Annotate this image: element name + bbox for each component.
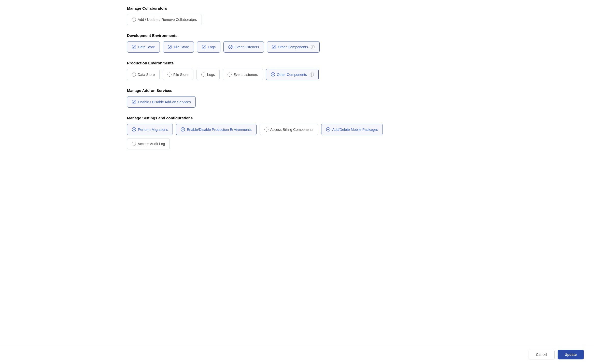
item-card-prod-file-store[interactable]: File Store: [163, 69, 193, 80]
radio-unchecked-icon: [264, 128, 268, 132]
item-label-enable-disable-addon: Enable / Disable Add-on Services: [138, 100, 191, 104]
item-card-perform-migrations[interactable]: Perform Migrations: [127, 124, 173, 135]
item-card-dev-logs[interactable]: Logs: [197, 41, 220, 53]
checked-icon-dev-file-store: [168, 45, 172, 49]
svg-point-2: [202, 45, 206, 49]
item-label-dev-logs: Logs: [208, 45, 216, 49]
section-title-manage-settings: Manage Settings and configurations: [127, 116, 467, 120]
radio-unchecked-icon: [132, 142, 136, 146]
item-label-add-delete-mobile-packages: Add/Delete Mobile Packages: [332, 128, 378, 132]
unchecked-icon-prod-file-store: [167, 73, 172, 77]
svg-point-8: [181, 128, 185, 131]
item-card-enable-disable-prod-env[interactable]: Enable/Disable Production Environments: [176, 124, 256, 135]
item-label-dev-event-listeners: Event Listeners: [234, 45, 259, 49]
unchecked-icon-prod-event-listeners: [228, 73, 232, 77]
item-label-dev-data-store: Data Store: [138, 45, 155, 49]
unchecked-icon-add-update-remove-collab: [132, 18, 136, 22]
section-manage-collaborators: Manage CollaboratorsAdd / Update / Remov…: [127, 6, 467, 25]
checked-icon-dev-other-components: [272, 45, 276, 49]
radio-unchecked-icon: [132, 18, 136, 22]
svg-point-6: [132, 100, 136, 104]
items-row-manage-addon-services: Enable / Disable Add-on Services: [127, 96, 467, 108]
unchecked-icon-prod-data-store: [132, 73, 136, 77]
page-container: Manage CollaboratorsAdd / Update / Remov…: [119, 0, 475, 364]
items-row-manage-settings-0: Perform MigrationsEnable/Disable Product…: [127, 124, 467, 135]
svg-point-1: [168, 45, 172, 49]
checked-icon-dev-logs: [202, 45, 206, 49]
item-card-enable-disable-addon[interactable]: Enable / Disable Add-on Services: [127, 96, 196, 108]
item-label-add-update-remove-collab: Add / Update / Remove Collaborators: [138, 18, 197, 22]
unchecked-icon-prod-logs: [201, 73, 205, 77]
radio-unchecked-icon: [228, 73, 232, 77]
item-card-dev-file-store[interactable]: File Store: [163, 41, 194, 53]
section-manage-addon-services: Manage Add-on ServicesEnable / Disable A…: [127, 88, 467, 108]
items-row-development-environments: Data StoreFile StoreLogsEvent ListenersO…: [127, 41, 467, 53]
item-label-access-billing-components: Access Billing Components: [270, 128, 314, 132]
item-card-prod-logs[interactable]: Logs: [196, 69, 220, 80]
svg-point-4: [272, 45, 276, 49]
checked-icon-enable-disable-prod-env: [181, 127, 185, 132]
item-label-prod-other-components: Other Components: [277, 73, 307, 77]
section-title-manage-addon-services: Manage Add-on Services: [127, 88, 467, 93]
item-card-prod-data-store[interactable]: Data Store: [127, 69, 160, 80]
cancel-button[interactable]: Cancel: [529, 350, 555, 359]
items-row-production-environments: Data StoreFile StoreLogsEvent ListenersO…: [127, 69, 467, 80]
radio-unchecked-icon: [167, 73, 172, 77]
unchecked-icon-access-billing-components: [264, 128, 268, 132]
item-card-add-delete-mobile-packages[interactable]: Add/Delete Mobile Packages: [321, 124, 383, 135]
item-card-add-update-remove-collab[interactable]: Add / Update / Remove Collaborators: [127, 14, 202, 25]
checked-icon-dev-event-listeners: [228, 45, 233, 49]
section-title-production-environments: Production Environments: [127, 61, 467, 65]
checked-icon-enable-disable-addon: [132, 100, 136, 104]
items-row-manage-settings-1: Access Audit Log: [127, 138, 467, 149]
svg-point-3: [229, 45, 232, 49]
svg-point-7: [132, 128, 136, 131]
footer-bar: Cancel Update: [0, 345, 594, 364]
update-button[interactable]: Update: [558, 350, 584, 359]
radio-unchecked-icon: [132, 73, 136, 77]
unchecked-icon-access-audit-log: [132, 142, 136, 146]
checked-icon-prod-other-components: [271, 72, 275, 77]
item-label-dev-other-components: Other Components: [278, 45, 308, 49]
radio-unchecked-icon: [201, 73, 205, 77]
section-title-manage-collaborators: Manage Collaborators: [127, 6, 467, 10]
item-card-dev-data-store[interactable]: Data Store: [127, 41, 160, 53]
info-icon: i: [310, 73, 314, 77]
section-development-environments: Development EnvironmentsData StoreFile S…: [127, 33, 467, 53]
svg-point-0: [132, 45, 136, 49]
item-label-prod-event-listeners: Event Listeners: [233, 73, 258, 77]
checked-icon-perform-migrations: [132, 127, 136, 132]
info-icon: i: [311, 45, 315, 49]
section-title-development-environments: Development Environments: [127, 33, 467, 38]
item-label-prod-logs: Logs: [207, 73, 215, 77]
item-label-prod-file-store: File Store: [173, 73, 189, 77]
item-card-dev-other-components[interactable]: Other Componentsi: [267, 41, 320, 53]
item-card-prod-other-components[interactable]: Other Componentsi: [266, 69, 319, 80]
item-card-prod-event-listeners[interactable]: Event Listeners: [223, 69, 263, 80]
item-label-perform-migrations: Perform Migrations: [138, 128, 168, 132]
checked-icon-dev-data-store: [132, 45, 136, 49]
item-label-enable-disable-prod-env: Enable/Disable Production Environments: [187, 128, 251, 132]
item-label-access-audit-log: Access Audit Log: [138, 142, 165, 146]
item-card-dev-event-listeners[interactable]: Event Listeners: [223, 41, 264, 53]
svg-point-5: [271, 73, 275, 76]
section-production-environments: Production EnvironmentsData StoreFile St…: [127, 61, 467, 80]
item-card-access-billing-components[interactable]: Access Billing Components: [260, 124, 318, 135]
section-manage-settings: Manage Settings and configurationsPerfor…: [127, 116, 467, 149]
checked-icon-add-delete-mobile-packages: [326, 127, 330, 132]
items-row-manage-collaborators: Add / Update / Remove Collaborators: [127, 14, 467, 25]
item-label-dev-file-store: File Store: [174, 45, 189, 49]
item-card-access-audit-log[interactable]: Access Audit Log: [127, 138, 170, 149]
svg-point-9: [326, 128, 330, 131]
item-label-prod-data-store: Data Store: [138, 73, 155, 77]
